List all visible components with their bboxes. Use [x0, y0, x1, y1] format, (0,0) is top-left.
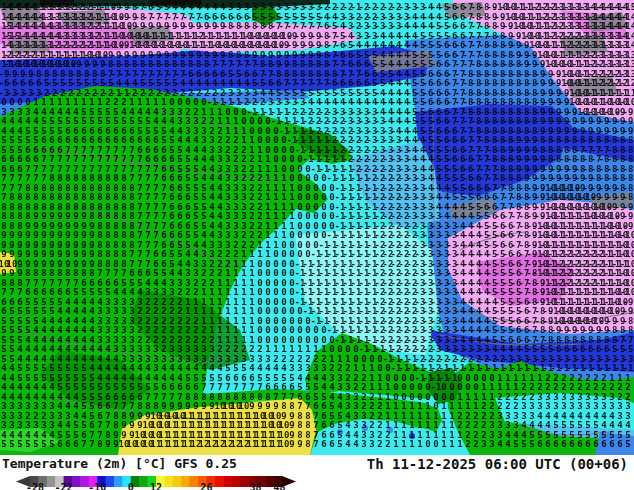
legend-text-row: Temperature (2m) [°C] GFS 0.25 Th 11-12-… — [0, 455, 634, 472]
channel-blue-dot — [362, 425, 368, 431]
weather-chart: Temperature (2m) [°C] GFS 0.25 Th 11-12-… — [0, 0, 634, 490]
channel-blue-dot — [337, 429, 343, 435]
top-dark-bit — [150, 0, 202, 5]
colorbar-tick-label: 38 — [250, 482, 262, 490]
gray-patch — [58, 10, 110, 26]
gray-patch — [8, 38, 50, 54]
colorbar-tick-label: -10 — [88, 482, 106, 490]
map-regions — [0, 0, 634, 455]
region-warm-yellow-west — [0, 252, 16, 274]
region-blue-corner-southeast — [595, 432, 634, 455]
channel-blue-dot — [409, 433, 415, 439]
colorbar-tick-label: -22 — [54, 482, 72, 490]
colorbar-tick-label: -28 — [26, 482, 44, 490]
channel-blue-dot — [387, 427, 393, 433]
legend-bar: Temperature (2m) [°C] GFS 0.25 Th 11-12-… — [0, 455, 634, 490]
product-label: Temperature (2m) [°C] GFS 0.25 — [2, 456, 237, 471]
colorbar-tick-label: 0 — [128, 482, 134, 490]
colorbar-tick-labels: -28-22-10012263848 — [16, 482, 296, 490]
gray-patch — [442, 2, 486, 18]
datetime-label: Th 11-12-2025 06:00 UTC (00+06) — [367, 456, 628, 472]
temperature-colorbar: -28-22-10012263848 — [16, 472, 296, 490]
colorbar-tick-label: 26 — [200, 482, 212, 490]
temperature-map — [0, 0, 634, 455]
colorbar-tick-label: 48 — [273, 482, 285, 490]
top-dark-bit — [40, 0, 74, 5]
colorbar-tick-label: 12 — [150, 482, 162, 490]
